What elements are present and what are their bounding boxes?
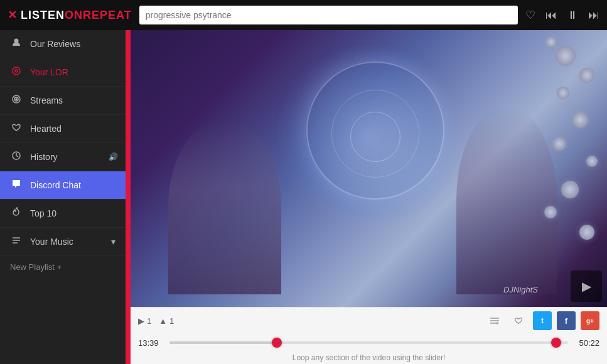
sidebar-item-top10[interactable]: Top 10 <box>0 200 126 228</box>
play-pause-icon[interactable]: ⏸ <box>567 9 578 22</box>
new-playlist-button[interactable]: New Playlist + <box>0 256 126 278</box>
heart-nav-icon <box>10 122 23 135</box>
orb-8 <box>561 181 579 198</box>
sidebar-label-discord-chat: Discord Chat <box>30 180 81 190</box>
sidebar-label-streams: Streams <box>30 95 63 105</box>
twitter-button[interactable]: t <box>533 311 552 330</box>
orb-7 <box>586 156 598 167</box>
orb-10 <box>579 225 594 240</box>
music-list-icon <box>10 235 23 248</box>
like-count: ▲ 1 <box>159 316 174 326</box>
topbar: ✕ LISTENONREPEAT ♡ ⏮ ⏸ ⏭ <box>0 0 607 30</box>
svg-point-5 <box>16 99 17 100</box>
like-count-icon: ▲ <box>159 316 167 326</box>
sidebar-item-history[interactable]: History 🔊 <box>0 143 126 171</box>
right-section: DJNightS ▶ ▶ 1 ▲ 1 <box>126 30 607 364</box>
player-actions: t f g+ <box>485 311 599 330</box>
sidebar-item-your-music[interactable]: Your Music ▾ <box>0 228 126 256</box>
art-circle3 <box>350 112 400 162</box>
orb-4 <box>557 87 569 99</box>
sidebar-label-hearted: Hearted <box>30 124 62 134</box>
heart-button[interactable] <box>509 311 528 330</box>
sidebar-label-your-music: Your Music <box>30 237 73 247</box>
svg-point-4 <box>14 97 18 101</box>
streams-icon <box>10 94 23 107</box>
progress-slider[interactable] <box>169 336 568 349</box>
slider-track <box>169 341 568 344</box>
content-wrapper: DJNightS ▶ ▶ 1 ▲ 1 <box>131 30 607 364</box>
sidebar-item-discord-chat[interactable]: Discord Chat <box>0 171 126 200</box>
video-area[interactable]: DJNightS ▶ <box>131 30 607 307</box>
sidebar-item-streams[interactable]: Streams <box>0 87 126 115</box>
fire-icon <box>10 207 23 220</box>
art-figure-left <box>168 119 281 294</box>
svg-marker-13 <box>497 322 499 324</box>
player-area: ▶ 1 ▲ 1 <box>131 307 607 364</box>
orb-3 <box>545 36 557 48</box>
like-count-value: 1 <box>169 316 174 326</box>
svg-point-2 <box>15 70 18 72</box>
logo: ✕ LISTENONREPEAT <box>8 8 132 22</box>
sidebar-label-our-reviews: Our Reviews <box>30 39 80 49</box>
topbar-icons: ♡ ⏮ ⏸ ⏭ <box>525 8 599 22</box>
chevron-down-icon: ▾ <box>111 237 115 247</box>
orb-9 <box>544 206 557 218</box>
slider-thumb-start[interactable] <box>272 338 282 348</box>
orbs-container <box>481 30 607 281</box>
search-input[interactable] <box>139 6 518 24</box>
sidebar-label-top10: Top 10 <box>30 208 56 218</box>
sidebar: Our Reviews Your LOR Streams Hearted His <box>0 30 126 364</box>
sidebar-item-your-lor[interactable]: Your LOR <box>0 58 126 87</box>
corner-play-icon[interactable]: ▶ <box>571 270 602 302</box>
queue-button[interactable] <box>485 311 504 330</box>
loop-hint: Loop any section of the video using the … <box>131 351 607 364</box>
orb-2 <box>579 68 594 83</box>
sidebar-label-history: History <box>30 152 58 162</box>
progress-row: 13:39 50:22 <box>131 334 607 351</box>
sidebar-label-your-lor: Your LOR <box>30 67 68 77</box>
orb-6 <box>552 137 566 151</box>
person-icon <box>10 38 23 50</box>
video-thumbnail: DJNightS ▶ <box>131 30 607 307</box>
svg-point-3 <box>13 95 20 103</box>
gplus-button[interactable]: g+ <box>581 311 599 330</box>
main: Our Reviews Your LOR Streams Hearted His <box>0 30 607 364</box>
video-watermark: DJNightS <box>503 285 538 294</box>
chat-icon <box>10 179 23 191</box>
play-count: ▶ 1 <box>138 316 151 326</box>
prev-icon[interactable]: ⏮ <box>545 9 557 22</box>
sidebar-item-our-reviews[interactable]: Our Reviews <box>0 30 126 58</box>
play-count-icon: ▶ <box>138 316 144 326</box>
player-counts: ▶ 1 ▲ 1 <box>138 316 174 326</box>
time-total: 50:22 <box>574 338 599 348</box>
history-icon <box>10 151 23 163</box>
slider-fill <box>169 341 277 344</box>
player-info-row: ▶ 1 ▲ 1 <box>131 307 607 334</box>
sidebar-item-hearted[interactable]: Hearted <box>0 115 126 143</box>
time-current: 13:39 <box>138 338 163 348</box>
slider-thumb-end[interactable] <box>551 338 561 348</box>
heart-icon[interactable]: ♡ <box>525 8 535 22</box>
svg-point-1 <box>13 67 20 75</box>
orb-5 <box>572 112 588 128</box>
logo-listen: LISTENONREPEAT <box>21 9 132 22</box>
orb-1 <box>556 46 576 66</box>
logo-x: ✕ <box>8 8 17 22</box>
lor-icon <box>10 66 23 78</box>
facebook-button[interactable]: f <box>557 311 576 330</box>
sound-icon: 🔊 <box>109 153 118 161</box>
play-count-value: 1 <box>147 316 151 326</box>
next-icon[interactable]: ⏭ <box>588 9 599 22</box>
pink-accent-bar <box>126 30 131 364</box>
